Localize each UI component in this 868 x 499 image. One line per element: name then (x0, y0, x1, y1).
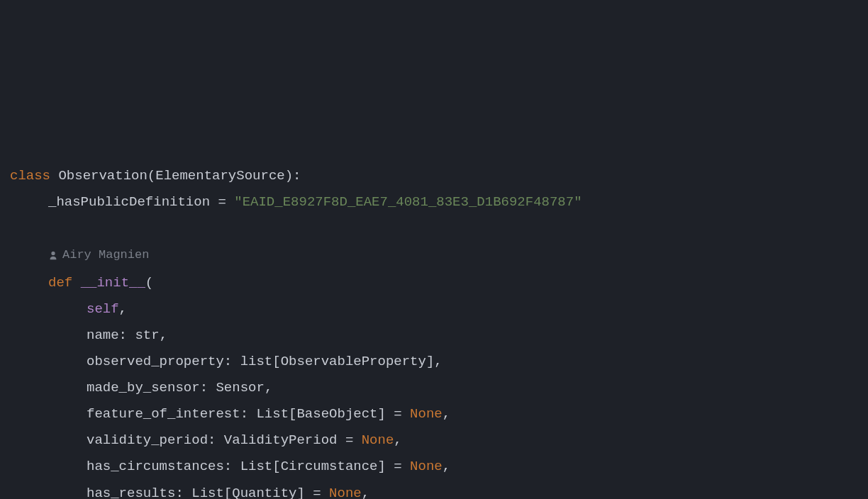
author-name: Airy Magnien (62, 242, 149, 268)
code-line-def[interactable]: def __init__( (10, 275, 153, 291)
code-line-param-name[interactable]: name: str, (10, 327, 167, 343)
keyword-class: class (10, 168, 50, 184)
function-name: __init__ (81, 275, 145, 291)
code-line-param-feature-of-interest[interactable]: feature_of_interest: List[BaseObject] = … (10, 406, 450, 422)
code-line-class-attr[interactable]: _hasPublicDefinition = "EAID_E8927F8D_EA… (10, 194, 582, 210)
base-class: ElementarySource (155, 168, 284, 184)
person-icon (48, 250, 58, 260)
blank-line (10, 220, 18, 236)
keyword-def: def (48, 275, 72, 291)
code-line-param-validity-period[interactable]: validity_period: ValidityPeriod = None, (10, 432, 402, 448)
param-self: self (87, 301, 119, 317)
class-name: Observation (58, 168, 147, 184)
code-line-param-observed-property[interactable]: observed_property: list[ObservableProper… (10, 354, 443, 369)
code-line-param-self[interactable]: self, (10, 301, 127, 317)
author-inlay-hint: Airy Magnien (10, 242, 149, 268)
class-attr-value: "EAID_E8927F8D_EAE7_4081_83E3_D1B692F487… (234, 194, 582, 210)
code-line-param-made-by-sensor[interactable]: made_by_sensor: Sensor, (10, 380, 272, 396)
code-line-param-has-results[interactable]: has_results: List[Quantity] = None, (10, 486, 369, 499)
class-attr-name: _hasPublicDefinition (48, 194, 210, 210)
code-line-class-decl[interactable]: class Observation(ElementarySource): (10, 168, 301, 184)
code-line-param-has-circumstances[interactable]: has_circumstances: List[Circumstance] = … (10, 459, 450, 474)
code-editor[interactable]: class Observation(ElementarySource): _ha… (0, 111, 868, 499)
